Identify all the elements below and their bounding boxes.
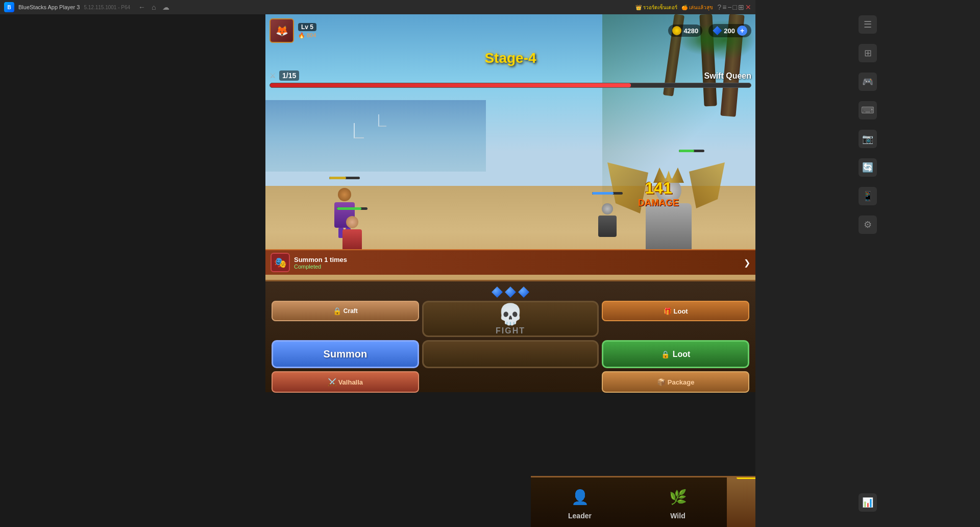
sidebar-tool-9[interactable]: 📊 (859, 493, 877, 512)
settings-icon[interactable]: ≡ (722, 3, 726, 11)
wild-icon: 🌿 (669, 489, 687, 506)
minimize-btn[interactable]: − (727, 3, 731, 11)
progress-counter: ⚔ 1/15 (270, 70, 299, 81)
package-label: Package (668, 378, 695, 386)
summon-label: Summon (324, 348, 368, 360)
enemy-hud: ⚔ 1/15 Swift Queen (270, 70, 751, 88)
diamond-1 (492, 286, 503, 298)
damage-display: 141 DAMAGE (638, 179, 679, 208)
summon-button[interactable]: Summon (272, 340, 419, 368)
nav-home-icon[interactable]: ⌂ (150, 3, 158, 11)
loot-green-button[interactable]: Loot (602, 340, 749, 368)
leader-label: Leader (568, 512, 592, 520)
gem-value: 200 (724, 27, 735, 35)
leader-icon: 👤 (571, 489, 589, 506)
player-level: Lv 5 (298, 23, 316, 31)
add-gems-button[interactable]: + (737, 26, 747, 36)
enemy-health-fill (270, 83, 631, 87)
quest-status: Completed (294, 264, 347, 270)
coin-value: 4280 (683, 27, 698, 35)
sidebar-tool-7[interactable]: 📱 (859, 187, 877, 205)
currency-area: 4280 200 + (668, 24, 751, 37)
enemy-mini-hp (679, 150, 704, 152)
enemy-health-bar (270, 83, 751, 88)
leader-icon-wrap: 👤 (568, 485, 592, 510)
wild-icon-wrap: 🌿 (666, 485, 690, 510)
coin-icon (672, 26, 681, 35)
sidebar-tool-1[interactable]: ☰ (859, 15, 877, 34)
window-controls[interactable]: ? ≡ − □ ⊞ ✕ (717, 3, 751, 11)
craft-label: Craft (344, 307, 358, 315)
sword-icon: ⚔ (270, 71, 276, 80)
quest-text-main: Summon 1 times (294, 256, 347, 264)
app-version: 5.12.115.1001 - P64 (84, 5, 130, 10)
diamond-2 (505, 286, 516, 298)
enemy2-hp-bar (592, 192, 623, 195)
player-info: Lv 5 🔥 804 (298, 23, 316, 39)
bottom-panel: Craft 💀 FIGHT 🎁 Loot Summon (265, 280, 755, 392)
close-btn[interactable]: ✕ (745, 3, 751, 11)
help-icon[interactable]: ? (717, 3, 721, 11)
battle-area: 141 DAMAGE (265, 116, 755, 270)
quest-bar: 🎭 Summon 1 times Completed ❯ 🔄 Auto chal… (265, 249, 755, 275)
damage-number: 141 (638, 179, 679, 198)
lock-icon (333, 307, 341, 315)
maximize-btn[interactable]: ⊞ (738, 3, 744, 11)
quest-close-button[interactable]: ❯ (744, 258, 750, 268)
restore-btn[interactable]: □ (733, 3, 737, 11)
skull-icon: 💀 (498, 302, 523, 326)
play-badge[interactable]: 🍊 เล่นแล้วสุข (681, 4, 713, 11)
diamond-3 (518, 286, 529, 298)
exp-value: 804 (307, 32, 316, 38)
titlebar-right: 👑 รวอร์ดเซ็นเตอร์ 🍊 เล่นแล้วสุข ? ≡ − □ … (635, 3, 751, 11)
valhalla-label: Valhalla (338, 378, 363, 386)
titlebar: B BlueStacks App Player 3 5.12.115.1001 … (0, 0, 755, 14)
enemy-character-main (623, 157, 715, 259)
quest-info: Summon 1 times Completed (294, 256, 347, 270)
package-icon (657, 378, 666, 386)
coins-display: 4280 (668, 25, 702, 37)
sidebar-tool-6[interactable]: 🔄 (859, 158, 877, 177)
player-character-2 (337, 213, 368, 254)
valhalla-button[interactable]: Valhalla (272, 371, 419, 393)
loot-icon-top: 🎁 (664, 307, 672, 315)
stage-title: Stage-4 (484, 50, 536, 66)
stage-title-text: Stage-4 (484, 50, 536, 66)
titlebar-nav[interactable]: ← ⌂ ☁ (136, 3, 171, 11)
nav-item-wild[interactable]: 🌿 Wild (629, 477, 727, 527)
loot-green-label: Loot (673, 350, 691, 359)
sidebar-tool-4[interactable]: ⌨ (859, 101, 877, 119)
enemy-character-2 (592, 198, 623, 239)
reward-center-badge[interactable]: 👑 รวอร์ดเซ็นเตอร์ (635, 4, 677, 11)
quest-text: Summon 1 times (294, 256, 347, 264)
char1-hp-bar (329, 177, 360, 179)
wild-label: Wild (670, 512, 685, 520)
loot-label-top: Loot (674, 307, 688, 315)
damage-label: DAMAGE (638, 198, 679, 208)
hud-top: 🦊 Lv 5 🔥 804 4280 200 + (270, 18, 751, 43)
craft-button[interactable]: Craft (272, 301, 419, 321)
package-button[interactable]: Package (602, 371, 749, 393)
sidebar-tool-8[interactable]: ⚙ (859, 215, 877, 234)
bottom-nav: 👤 Leader 🌿 Wild ⚔️ Battle ! 🏆 Chest (531, 476, 755, 527)
fight-button[interactable]: 💀 FIGHT (422, 301, 599, 337)
enemy-name: Swift Queen (704, 71, 751, 81)
progress-text: 1/15 (279, 70, 299, 81)
game-area: 🦊 Lv 5 🔥 804 4280 200 + Stage-4 (265, 14, 755, 527)
sidebar-tool-5[interactable]: 📷 (859, 130, 877, 148)
right-sidebar: ☰ ⊞ 🎮 ⌨ 📷 🔄 📱 ⚙ 📊 (755, 0, 980, 527)
player-avatar[interactable]: 🦊 (270, 18, 294, 43)
loot-lock-icon (661, 350, 670, 359)
sidebar-tool-3[interactable]: 🎮 (859, 73, 877, 91)
nav-item-battle[interactable]: ⚔️ Battle (727, 477, 755, 527)
sidebar-tool-2[interactable]: ⊞ (859, 44, 877, 62)
gems-display: 200 + (708, 24, 751, 37)
nav-save-icon[interactable]: ☁ (160, 3, 172, 11)
nav-back-icon[interactable]: ← (136, 3, 148, 11)
nav-item-leader[interactable]: 👤 Leader (531, 477, 629, 527)
loot-button-top[interactable]: 🎁 Loot (602, 301, 749, 321)
fight-label: FIGHT (496, 326, 525, 336)
diamonds-row (272, 283, 749, 301)
char2-hp-bar (337, 207, 368, 210)
quest-icon: 🎭 (271, 253, 290, 272)
